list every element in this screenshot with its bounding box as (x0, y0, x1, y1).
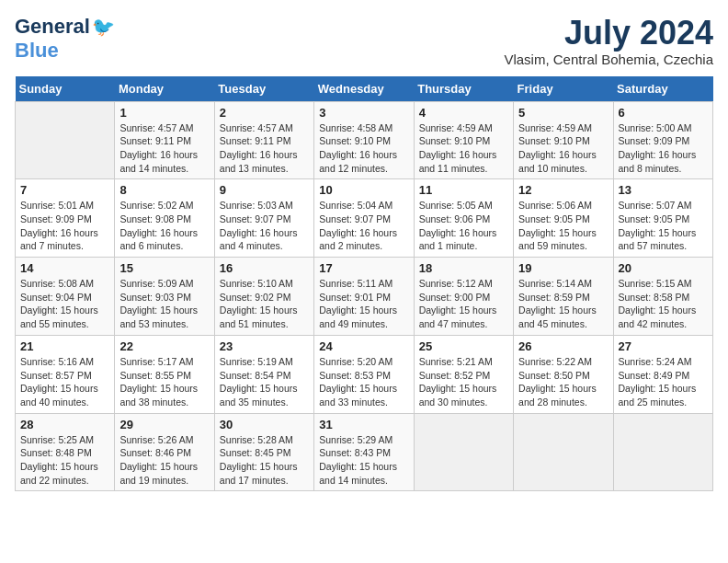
day-info: Sunrise: 5:11 AMSunset: 9:01 PMDaylight:… (319, 277, 408, 331)
day-number: 8 (119, 183, 209, 197)
day-number: 22 (119, 339, 209, 353)
day-number: 18 (419, 261, 508, 275)
day-number: 10 (319, 183, 408, 197)
calendar-cell: 6Sunrise: 5:00 AMSunset: 9:09 PMDaylight… (613, 101, 712, 179)
day-info: Sunrise: 5:19 AMSunset: 8:54 PMDaylight:… (220, 355, 309, 409)
day-info: Sunrise: 5:17 AMSunset: 8:55 PMDaylight:… (119, 355, 209, 409)
col-header-monday: Monday (115, 76, 214, 102)
day-number: 11 (419, 183, 508, 197)
day-info: Sunrise: 5:06 AMSunset: 9:05 PMDaylight:… (518, 199, 608, 253)
logo-bird-icon: 🐦 (92, 16, 115, 38)
day-number: 23 (220, 339, 309, 353)
week-row: 1Sunrise: 4:57 AMSunset: 9:11 PMDaylight… (16, 101, 713, 179)
day-info: Sunrise: 5:29 AMSunset: 8:43 PMDaylight:… (319, 433, 408, 488)
day-number: 26 (518, 339, 608, 353)
day-info: Sunrise: 5:02 AMSunset: 9:08 PMDaylight:… (119, 199, 209, 253)
day-info: Sunrise: 5:21 AMSunset: 8:52 PMDaylight:… (419, 355, 508, 409)
day-number: 31 (319, 418, 408, 431)
day-info: Sunrise: 5:25 AMSunset: 8:48 PMDaylight:… (20, 433, 109, 488)
calendar-cell: 16Sunrise: 5:10 AMSunset: 9:02 PMDayligh… (214, 258, 313, 336)
page-header: General 🐦 Blue July 2024 Vlasim, Central… (15, 15, 713, 67)
day-info: Sunrise: 5:15 AMSunset: 8:58 PMDaylight:… (619, 277, 708, 331)
calendar-cell: 27Sunrise: 5:24 AMSunset: 8:49 PMDayligh… (613, 335, 712, 413)
day-number: 16 (220, 261, 309, 275)
day-info: Sunrise: 5:12 AMSunset: 9:00 PMDaylight:… (419, 277, 508, 331)
day-number: 12 (518, 183, 608, 197)
calendar-cell: 14Sunrise: 5:08 AMSunset: 9:04 PMDayligh… (16, 258, 115, 336)
location: Vlasim, Central Bohemia, Czechia (504, 52, 713, 67)
calendar-cell: 4Sunrise: 4:59 AMSunset: 9:10 PMDaylight… (414, 101, 513, 179)
calendar-cell (414, 413, 513, 491)
col-header-wednesday: Wednesday (314, 76, 414, 102)
day-number: 1 (119, 106, 209, 120)
calendar-cell: 23Sunrise: 5:19 AMSunset: 8:54 PMDayligh… (214, 335, 313, 413)
day-info: Sunrise: 4:58 AMSunset: 9:10 PMDaylight:… (319, 121, 408, 176)
col-header-thursday: Thursday (414, 76, 513, 102)
day-number: 7 (20, 183, 109, 197)
calendar-cell: 24Sunrise: 5:20 AMSunset: 8:53 PMDayligh… (314, 335, 414, 413)
calendar-cell: 7Sunrise: 5:01 AMSunset: 9:09 PMDaylight… (16, 179, 115, 258)
calendar-cell: 22Sunrise: 5:17 AMSunset: 8:55 PMDayligh… (115, 335, 214, 413)
day-info: Sunrise: 5:24 AMSunset: 8:49 PMDaylight:… (619, 355, 708, 409)
calendar-cell (16, 101, 115, 179)
calendar-cell: 10Sunrise: 5:04 AMSunset: 9:07 PMDayligh… (314, 179, 414, 258)
calendar-cell: 28Sunrise: 5:25 AMSunset: 8:48 PMDayligh… (16, 413, 115, 491)
day-number: 2 (220, 106, 309, 120)
calendar-cell: 17Sunrise: 5:11 AMSunset: 9:01 PMDayligh… (314, 258, 414, 336)
day-number: 25 (419, 339, 508, 353)
day-info: Sunrise: 5:26 AMSunset: 8:46 PMDaylight:… (119, 433, 209, 488)
calendar-cell: 1Sunrise: 4:57 AMSunset: 9:11 PMDaylight… (115, 101, 214, 179)
day-number: 6 (619, 106, 708, 120)
day-info: Sunrise: 4:59 AMSunset: 9:10 PMDaylight:… (419, 121, 508, 176)
day-number: 21 (20, 339, 109, 353)
col-header-tuesday: Tuesday (214, 76, 313, 102)
day-info: Sunrise: 4:57 AMSunset: 9:11 PMDaylight:… (119, 121, 209, 176)
day-number: 19 (518, 261, 608, 275)
calendar-cell: 15Sunrise: 5:09 AMSunset: 9:03 PMDayligh… (115, 258, 214, 336)
week-row: 7Sunrise: 5:01 AMSunset: 9:09 PMDaylight… (16, 179, 713, 258)
day-info: Sunrise: 5:03 AMSunset: 9:07 PMDaylight:… (220, 199, 309, 253)
calendar-cell: 2Sunrise: 4:57 AMSunset: 9:11 PMDaylight… (214, 101, 313, 179)
day-number: 20 (619, 261, 708, 275)
calendar-cell: 29Sunrise: 5:26 AMSunset: 8:46 PMDayligh… (115, 413, 214, 491)
day-info: Sunrise: 5:22 AMSunset: 8:50 PMDaylight:… (518, 355, 608, 409)
day-info: Sunrise: 5:08 AMSunset: 9:04 PMDaylight:… (20, 277, 109, 331)
day-number: 29 (119, 418, 209, 431)
day-info: Sunrise: 5:07 AMSunset: 9:05 PMDaylight:… (619, 199, 708, 253)
week-row: 21Sunrise: 5:16 AMSunset: 8:57 PMDayligh… (16, 335, 713, 413)
day-info: Sunrise: 4:57 AMSunset: 9:11 PMDaylight:… (220, 121, 309, 176)
day-number: 3 (319, 106, 408, 120)
calendar-cell: 12Sunrise: 5:06 AMSunset: 9:05 PMDayligh… (514, 179, 613, 258)
logo-blue: Blue (15, 39, 59, 62)
calendar-table: SundayMondayTuesdayWednesdayThursdayFrid… (15, 76, 713, 492)
day-number: 13 (619, 183, 708, 197)
day-info: Sunrise: 5:20 AMSunset: 8:53 PMDaylight:… (319, 355, 408, 409)
day-info: Sunrise: 5:28 AMSunset: 8:45 PMDaylight:… (220, 433, 309, 488)
calendar-cell: 20Sunrise: 5:15 AMSunset: 8:58 PMDayligh… (613, 258, 712, 336)
day-number: 17 (319, 261, 408, 275)
calendar-cell (514, 413, 613, 491)
day-info: Sunrise: 5:16 AMSunset: 8:57 PMDaylight:… (20, 355, 109, 409)
day-number: 15 (119, 261, 209, 275)
calendar-cell: 5Sunrise: 4:59 AMSunset: 9:10 PMDaylight… (514, 101, 613, 179)
day-info: Sunrise: 5:05 AMSunset: 9:06 PMDaylight:… (419, 199, 508, 253)
day-number: 9 (220, 183, 309, 197)
calendar-cell: 3Sunrise: 4:58 AMSunset: 9:10 PMDaylight… (314, 101, 414, 179)
calendar-cell: 26Sunrise: 5:22 AMSunset: 8:50 PMDayligh… (514, 335, 613, 413)
week-row: 28Sunrise: 5:25 AMSunset: 8:48 PMDayligh… (16, 413, 713, 491)
day-info: Sunrise: 5:09 AMSunset: 9:03 PMDaylight:… (119, 277, 209, 331)
col-header-saturday: Saturday (613, 76, 712, 102)
month-title: July 2024 (504, 15, 713, 52)
logo-general: General (15, 15, 90, 39)
calendar-cell: 8Sunrise: 5:02 AMSunset: 9:08 PMDaylight… (115, 179, 214, 258)
calendar-cell: 9Sunrise: 5:03 AMSunset: 9:07 PMDaylight… (214, 179, 313, 258)
calendar-cell: 19Sunrise: 5:14 AMSunset: 8:59 PMDayligh… (514, 258, 613, 336)
day-info: Sunrise: 5:10 AMSunset: 9:02 PMDaylight:… (220, 277, 309, 331)
calendar-cell: 30Sunrise: 5:28 AMSunset: 8:45 PMDayligh… (214, 413, 313, 491)
calendar-cell: 25Sunrise: 5:21 AMSunset: 8:52 PMDayligh… (414, 335, 513, 413)
calendar-cell (613, 413, 712, 491)
calendar-cell: 18Sunrise: 5:12 AMSunset: 9:00 PMDayligh… (414, 258, 513, 336)
calendar-cell: 21Sunrise: 5:16 AMSunset: 8:57 PMDayligh… (16, 335, 115, 413)
calendar-cell: 11Sunrise: 5:05 AMSunset: 9:06 PMDayligh… (414, 179, 513, 258)
title-block: July 2024 Vlasim, Central Bohemia, Czech… (504, 15, 713, 67)
